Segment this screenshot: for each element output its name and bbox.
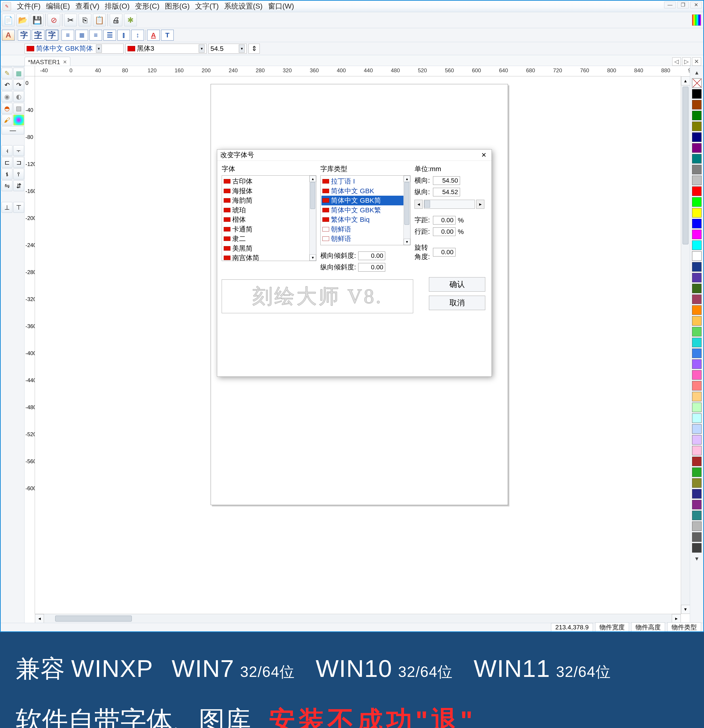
- scroll-thumb[interactable]: [55, 615, 132, 621]
- color-swatch[interactable]: [692, 424, 701, 434]
- font-selector[interactable]: 黑体3 ▾: [126, 44, 207, 53]
- color-swatch[interactable]: [692, 360, 701, 369]
- minimize-button[interactable]: —: [664, 1, 676, 8]
- horizontal-ruler[interactable]: -400408012016020024028032036040044048052…: [35, 66, 681, 77]
- color-swatch[interactable]: [692, 165, 701, 174]
- print-button[interactable]: 🖨: [110, 14, 122, 26]
- menu-item[interactable]: 编辑(E): [43, 0, 73, 13]
- font-list-item[interactable]: 卡通简: [223, 224, 315, 234]
- scroll-up-arrow-icon[interactable]: ▴: [681, 77, 690, 85]
- dialog-close-button[interactable]: ✕: [479, 151, 489, 159]
- color-swatch[interactable]: [692, 489, 701, 498]
- delete-button[interactable]: ⊘: [48, 14, 60, 26]
- language-selector[interactable]: 简体中文 GBK简体 ▾: [25, 44, 124, 53]
- plotter-button[interactable]: ✱: [124, 14, 137, 26]
- font-list-item[interactable]: 海韵简: [223, 196, 315, 205]
- color-swatch[interactable]: [692, 338, 701, 347]
- tab-close-icon[interactable]: ✕: [63, 59, 67, 65]
- font-list-item[interactable]: 美黑简: [223, 244, 315, 253]
- color-swatch[interactable]: [692, 468, 701, 477]
- line-spacing-input[interactable]: 0.00: [433, 227, 455, 236]
- vskew-input[interactable]: 0.00: [358, 263, 385, 272]
- color-swatch[interactable]: [692, 251, 701, 261]
- menu-item[interactable]: 排版(O): [102, 0, 132, 13]
- color-swatch[interactable]: [692, 100, 701, 110]
- align-center-button[interactable]: ≣: [75, 30, 88, 40]
- align-justify-button[interactable]: ☰: [103, 30, 116, 40]
- menu-item[interactable]: 窗口(W): [265, 0, 297, 13]
- color-swatch[interactable]: [692, 521, 701, 531]
- char-button-2[interactable]: 字: [32, 30, 44, 40]
- cancel-button[interactable]: 取消: [429, 296, 485, 310]
- ok-button[interactable]: 确认: [429, 277, 485, 292]
- char-button-3[interactable]: 字: [46, 30, 58, 40]
- font-list-item[interactable]: 琥珀: [223, 205, 315, 215]
- color-swatch[interactable]: [692, 284, 701, 293]
- color-swatch[interactable]: [692, 392, 701, 401]
- color-swatch[interactable]: [692, 262, 701, 272]
- color-swatch[interactable]: [692, 219, 701, 228]
- library-list-item[interactable]: 繁体中文 Biq: [321, 215, 409, 224]
- color-swatch[interactable]: [692, 532, 701, 542]
- scroll-up-icon[interactable]: ▴: [309, 176, 316, 182]
- color-swatch[interactable]: [692, 478, 701, 488]
- font-list-item[interactable]: 古印体: [223, 176, 315, 186]
- color-swatch[interactable]: [692, 316, 701, 326]
- library-list-item[interactable]: 日语 Shift JIS: [321, 244, 409, 246]
- size-slider[interactable]: ◂ ▸: [415, 200, 484, 209]
- library-list-item[interactable]: 简体中文 GBK: [321, 186, 409, 196]
- library-list-item[interactable]: 简体中文 GBK繁: [321, 205, 409, 215]
- font-style-button[interactable]: A: [2, 30, 14, 40]
- tab-prev-button[interactable]: ◁: [672, 58, 681, 66]
- paste-button[interactable]: 📋: [93, 14, 106, 26]
- scroll-down-icon[interactable]: ▾: [404, 239, 410, 245]
- slider-left-arrow-icon[interactable]: ◂: [415, 200, 423, 209]
- color-swatch[interactable]: [692, 197, 701, 207]
- color-swatch[interactable]: [692, 435, 701, 445]
- font-list-item[interactable]: 南宫体简: [223, 253, 315, 261]
- palette-down-arrow-icon[interactable]: ▾: [695, 555, 698, 562]
- dialog-titlebar[interactable]: 改变字体号 ✕: [217, 150, 491, 161]
- new-file-button[interactable]: 📄: [2, 14, 14, 26]
- document-tab[interactable]: *MASTER1 ✕: [25, 57, 70, 66]
- vertical-ruler[interactable]: 0-40-80-120-160-200-240-280-320-360-400-…: [25, 77, 35, 614]
- color-swatch[interactable]: [692, 143, 701, 153]
- color-swatch[interactable]: [692, 327, 701, 337]
- color-swatch[interactable]: [692, 403, 701, 412]
- color-swatch[interactable]: [692, 295, 701, 304]
- menu-item[interactable]: 查看(V): [73, 0, 102, 13]
- color-swatch[interactable]: [692, 111, 701, 120]
- scroll-down-arrow-icon[interactable]: ▾: [681, 605, 690, 614]
- font-size-selector[interactable]: 54.5 ▾: [208, 44, 247, 53]
- listbox-scrollbar[interactable]: ▴ ▾: [403, 176, 410, 245]
- vertical-text-button[interactable]: ⫿: [117, 30, 130, 40]
- color-swatch[interactable]: [692, 240, 701, 250]
- color-swatch[interactable]: [692, 381, 701, 390]
- tab-next-button[interactable]: ▷: [682, 58, 691, 66]
- slider-right-arrow-icon[interactable]: ▸: [476, 200, 484, 209]
- library-list-item[interactable]: 简体中文 GBK简: [321, 196, 409, 205]
- color-swatch[interactable]: [692, 500, 701, 509]
- menu-item[interactable]: 变形(C): [132, 0, 162, 13]
- rotate-input[interactable]: 0.00: [433, 248, 455, 257]
- copy-button[interactable]: ⎘: [79, 14, 91, 26]
- menu-item[interactable]: 系统设置(S): [221, 0, 265, 13]
- text-color-button[interactable]: A: [147, 30, 160, 40]
- library-listbox[interactable]: 拉丁语 I简体中文 GBK简体中文 GBK简简体中文 GBK繁繁体中文 Biq朝…: [320, 175, 411, 245]
- color-swatch[interactable]: [692, 186, 701, 196]
- scroll-thumb[interactable]: [310, 182, 315, 209]
- scroll-down-icon[interactable]: ▾: [309, 254, 316, 261]
- font-list-item[interactable]: 楷体: [223, 215, 315, 224]
- color-swatch[interactable]: [692, 89, 701, 99]
- vertical-input[interactable]: 54.52: [433, 188, 460, 196]
- no-color-swatch[interactable]: [692, 78, 701, 88]
- color-swatch[interactable]: [692, 446, 701, 455]
- tab-close-all-button[interactable]: ✕: [692, 58, 701, 66]
- size-stepper[interactable]: ⇕: [249, 44, 260, 53]
- color-swatch[interactable]: [692, 208, 701, 218]
- font-list-item[interactable]: 海报体: [223, 186, 315, 196]
- listbox-scrollbar[interactable]: ▴ ▾: [309, 176, 316, 261]
- menu-item[interactable]: 图形(G): [162, 0, 192, 13]
- color-swatch[interactable]: [692, 413, 701, 423]
- vertical-scrollbar[interactable]: ▴ ▾: [681, 77, 690, 614]
